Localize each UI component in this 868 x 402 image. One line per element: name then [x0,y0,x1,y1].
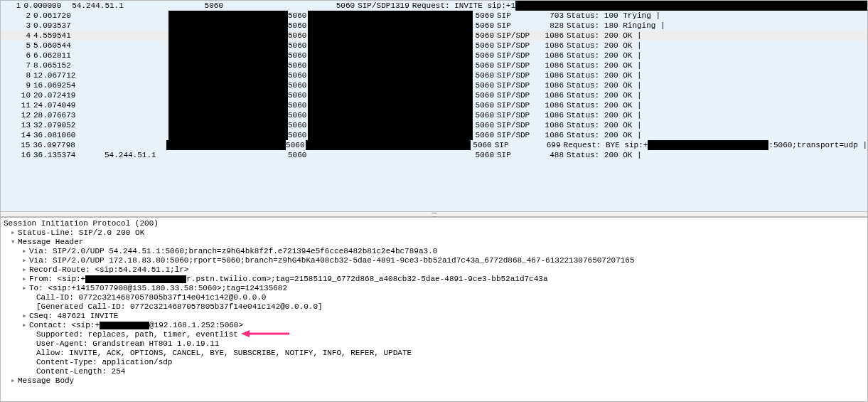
pane-splitter[interactable] [1,211,867,217]
info: Status: 200 OK | [567,41,867,51]
protocol: SIP/SDP [497,60,541,70]
redacted-block [166,140,286,150]
table-row[interactable]: 1536.09779850605060SIP699Request: BYE si… [1,140,867,150]
table-row[interactable]: 30.09353750605060SIP828Status: 180 Ringi… [1,21,867,31]
table-row[interactable]: 1332.07905250605060SIP/SDP1086Status: 20… [1,120,867,130]
dst-port: 5060 [473,90,497,100]
info: Status: 180 Ringing | [567,21,867,31]
table-row[interactable]: 1020.07241950605060SIP/SDP1086Status: 20… [1,90,867,100]
call-id[interactable]: Call-ID: 0772c3214687057805b37f14e041c14… [1,293,867,302]
redacted-block [168,80,288,90]
info: Status: 200 OK | [567,120,867,130]
record-route[interactable]: ▸Record-Route: <sip:54.244.51.1;lr> [1,265,867,275]
chevron-right-icon: ▸ [22,247,29,256]
src-port: 5060 [288,130,308,140]
redacted-block [168,60,288,70]
redacted-block [308,80,473,90]
dst-port: 5060 [473,80,497,90]
src-port: 5060 [288,60,308,70]
gen-call-id[interactable]: [Generated Call-ID: 0772c3214687057805b3… [1,302,867,312]
table-row[interactable]: 20.06172050605060SIP703Status: 100 Tryin… [1,11,867,21]
redacted-block [308,31,473,41]
message-header[interactable]: ▾Message Header [1,238,867,247]
protocol: SIP [497,11,541,21]
content-length-line[interactable]: Content-Length: 254 [1,367,867,376]
length: 1086 [541,110,567,120]
redacted-block [308,110,473,120]
src-port: 5060 [288,80,308,90]
packet-source: 54.244.51.1 [72,1,124,11]
allow-line[interactable]: Allow: INVITE, ACK, OPTIONS, CANCEL, BYE… [1,349,867,358]
contact-line[interactable]: ▸Contact: <sip:+@192.168.1.252:5060> [1,321,867,330]
table-row[interactable]: 55.06054450605060SIP/SDP1086Status: 200 … [1,41,867,51]
chevron-right-icon: ▸ [22,275,29,284]
table-row[interactable]: 10.00000054.244.51.150605060SIP/SDP1319R… [1,1,867,11]
chevron-right-icon: ▸ [11,376,18,386]
redacted-block [308,150,473,160]
protocol: SIP/SDP [497,70,541,80]
via-2[interactable]: ▸Via: SIP/2.0/UDP 172.18.83.80:5060;rpor… [1,256,867,265]
length: 828 [541,21,567,31]
table-row[interactable]: 1436.08106050605060SIP/SDP1086Status: 20… [1,130,867,140]
packet-number: 15 [1,140,33,150]
packet-number: 16 [1,150,33,160]
chevron-right-icon: ▸ [22,256,29,265]
svg-marker-1 [241,330,250,337]
table-row[interactable]: 1124.07404950605060SIP/SDP1086Status: 20… [1,100,867,110]
table-row[interactable]: 1228.07667350605060SIP/SDP1086Status: 20… [1,110,867,120]
src-port: 5060 [205,1,225,11]
src-port: 5060 [286,140,306,150]
from-line[interactable]: ▸From: <sip:+r.pstn.twilio.com>;tag=2158… [1,275,867,284]
packet-time: 20.072419 [33,90,105,100]
length: 1086 [541,60,567,70]
src-port: 5060 [288,110,308,120]
user-agent-line[interactable]: User-Agent: Grandstream HT801 1.0.19.11 [1,339,867,349]
proto-root[interactable]: Session Initiation Protocol (200) [1,219,867,228]
cseq-line[interactable]: ▸CSeq: 487621 INVITE [1,312,867,321]
table-row[interactable]: 44.55954150605060SIP/SDP1086Status: 200 … [1,31,867,41]
table-row[interactable]: 812.06771250605060SIP/SDP1086Status: 200… [1,70,867,80]
redacted-block [515,1,867,11]
packet-source [105,60,168,70]
dst-port: 5060 [473,100,497,110]
dst-port: 5060 [473,41,497,51]
via-1[interactable]: ▸Via: SIP/2.0/UDP 54.244.51.1:5060;branc… [1,247,867,256]
packet-detail-pane[interactable]: Session Initiation Protocol (200) ▸Statu… [1,217,867,401]
dst-port: 5060 [473,60,497,70]
table-row[interactable]: 66.06281150605060SIP/SDP1086Status: 200 … [1,51,867,60]
packet-source [105,90,168,100]
packet-source: 54.244.51.1 [105,150,168,160]
packet-time: 4.559541 [33,31,105,41]
packet-list-pane[interactable]: 10.00000054.244.51.150605060SIP/SDP1319R… [1,1,867,211]
length: 488 [541,150,567,160]
packet-source [105,80,168,90]
src-port: 5060 [288,100,308,110]
redacted-block [308,70,473,80]
table-row[interactable]: 1636.13537454.244.51.150605060SIP488Stat… [1,150,867,160]
length: 1086 [541,120,567,130]
dst-port: 5060 [471,140,495,150]
redacted-block [168,120,288,130]
supported-line[interactable]: Supported: replaces, path, timer, eventl… [1,330,867,339]
length: 1086 [541,41,567,51]
to-line[interactable]: ▸To: <sip:+14157077908@135.180.33.58:506… [1,284,867,293]
packet-number: 7 [1,60,33,70]
protocol: SIP/SDP [497,110,541,120]
status-line[interactable]: ▸Status-Line: SIP/2.0 200 OK [1,228,867,238]
redacted-block [308,11,473,21]
redacted-block [168,130,288,140]
dst-port: 5060 [336,1,358,11]
packet-rows: 10.00000054.244.51.150605060SIP/SDP1319R… [1,1,867,160]
table-row[interactable]: 78.06515250605060SIP/SDP1086Status: 200 … [1,60,867,70]
packet-source [105,120,168,130]
table-row[interactable]: 916.06925450605060SIP/SDP1086Status: 200… [1,80,867,90]
chevron-right-icon: ▸ [22,284,29,293]
packet-number: 3 [1,21,33,31]
content-type-line[interactable]: Content-Type: application/sdp [1,358,867,367]
packet-time: 28.076673 [33,110,105,120]
redacted-block [168,41,288,51]
dst-port: 5060 [473,31,497,41]
dst-port: 5060 [473,70,497,80]
packet-source [105,41,168,51]
message-body[interactable]: ▸Message Body [1,376,867,386]
